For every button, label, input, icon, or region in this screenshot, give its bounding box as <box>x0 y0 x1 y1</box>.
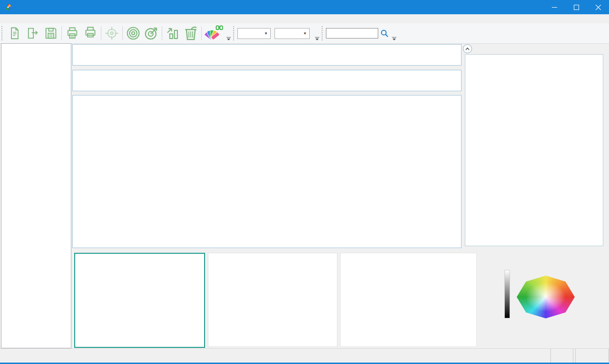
bar-chart-arrow-icon <box>165 26 180 41</box>
toolbar-overflow-button[interactable] <box>314 25 320 42</box>
samples-table-card <box>72 95 462 248</box>
aim-target-button-disabled[interactable] <box>103 25 121 42</box>
toolbar-overflow-button[interactable] <box>391 25 397 42</box>
new-document-button[interactable] <box>6 25 24 42</box>
search-input[interactable] <box>326 28 378 38</box>
color-difference-panel <box>465 54 603 246</box>
sci-sce-select[interactable]: ▼ <box>237 28 271 39</box>
toolbar-separator <box>122 26 123 40</box>
dart-target-icon <box>144 26 159 41</box>
chevron-up-icon <box>465 48 470 50</box>
toolbar-separator <box>162 26 162 40</box>
color-difference-panel-header <box>463 44 475 53</box>
title-bar <box>0 0 609 14</box>
standard-table-card <box>72 70 462 91</box>
chevron-down-icon: ▼ <box>303 31 307 36</box>
binoculars-icon <box>216 26 222 29</box>
search-button[interactable] <box>378 25 391 42</box>
color-card-match-button[interactable] <box>203 25 225 42</box>
chevron-down-icon: ▼ <box>264 31 268 36</box>
app-logo-icon <box>4 3 12 11</box>
minimize-button[interactable] <box>543 0 565 14</box>
toolbar-separator <box>61 26 62 40</box>
sample-tree <box>1 43 71 348</box>
color-fan-icon <box>205 25 224 42</box>
export-icon <box>26 26 40 40</box>
status-empty-cell <box>575 349 609 363</box>
toolbar-overflow-button[interactable] <box>225 25 232 42</box>
close-button[interactable] <box>587 0 609 14</box>
search-icon <box>380 29 389 38</box>
delta-e-trend-panel[interactable] <box>208 253 337 347</box>
delete-button[interactable] <box>182 25 200 42</box>
gamut-overlay-chart <box>480 253 609 345</box>
document-icon <box>8 26 22 40</box>
save-button[interactable] <box>42 25 60 42</box>
toolbar-separator <box>201 26 202 40</box>
print-button[interactable] <box>63 25 81 42</box>
delta-ab-scatter-chart <box>75 254 202 345</box>
trash-icon <box>183 25 199 41</box>
delta-e-line-chart <box>208 253 336 345</box>
menu-bar <box>0 14 609 24</box>
delta-ab-scatter-panel[interactable] <box>74 253 205 348</box>
concentric-circles-icon <box>126 26 141 41</box>
printer-icon <box>65 26 79 40</box>
illuminant-observer-select[interactable]: ▼ <box>275 28 310 39</box>
auto-mode-cell[interactable] <box>550 349 573 363</box>
save-icon <box>44 26 58 40</box>
measure-target-button[interactable] <box>142 25 160 42</box>
spectrum-color-bar <box>358 335 470 344</box>
tolerance-table-card <box>72 44 462 66</box>
toolbar: ▼ ▼ <box>0 23 609 44</box>
print-word-button[interactable] <box>81 25 99 42</box>
printer-word-icon <box>82 26 98 41</box>
toolbar-grip[interactable] <box>322 26 324 40</box>
crosshair-icon <box>104 26 119 41</box>
collapse-button[interactable] <box>463 44 472 53</box>
status-bar <box>0 348 609 363</box>
toolbar-grip[interactable] <box>233 26 236 40</box>
toolbar-grip[interactable] <box>1 26 4 40</box>
reflectance-chart <box>341 253 475 335</box>
toolbar-separator <box>101 26 101 40</box>
lab-gamut-panel[interactable] <box>480 253 609 346</box>
statistics-button[interactable] <box>164 25 182 42</box>
reflectance-panel[interactable] <box>340 253 477 347</box>
export-button[interactable] <box>24 25 42 42</box>
calibrate-button[interactable] <box>124 25 142 42</box>
maximize-button[interactable] <box>565 0 587 14</box>
